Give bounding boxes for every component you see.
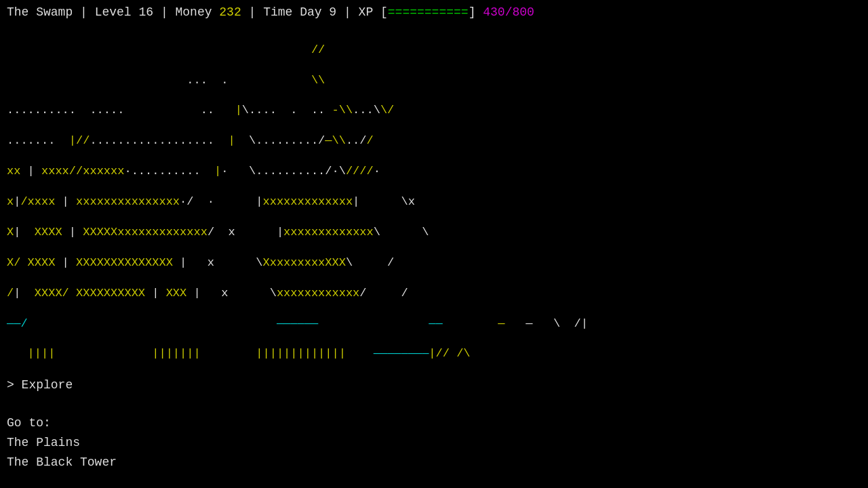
actions-panel: > Explore bbox=[0, 377, 868, 393]
destination-plains[interactable]: The Plains bbox=[7, 433, 861, 453]
game-map: // ... . \\ .......... ..... .. |\.... .… bbox=[0, 24, 868, 365]
location: The Swamp bbox=[7, 5, 73, 19]
status-bar: The Swamp | Level 16 | Money 232 | Time … bbox=[0, 0, 868, 24]
goto-panel: Go to: The Plains The Black Tower bbox=[0, 413, 868, 472]
destination-tower[interactable]: The Black Tower bbox=[7, 453, 861, 472]
explore-option[interactable]: > Explore bbox=[7, 377, 861, 393]
goto-label: Go to: bbox=[7, 413, 861, 433]
